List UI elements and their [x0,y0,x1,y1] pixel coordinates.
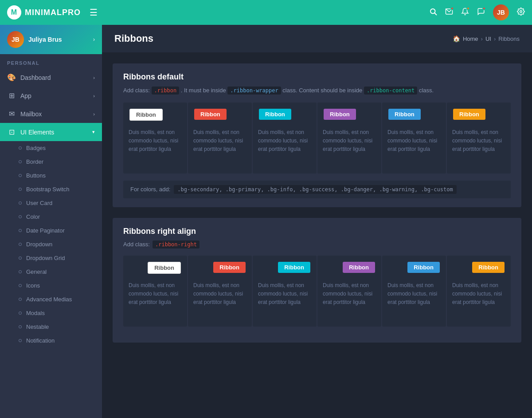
section-desc-default: Add class: .ribbon . It must be inside .… [123,86,511,95]
search-button[interactable] [429,8,437,18]
subitem-label: Badges [26,145,46,151]
subitem-label: Notification [26,337,55,344]
section-title-default: Ribbons default [123,72,511,82]
subitem-dot [19,325,22,328]
sidebar-subitem-nestable[interactable]: Nestable [0,320,102,334]
ribbon-card-right-2: Ribbon Duis mollis, est non commodo luct… [188,256,252,327]
main-content: Ribbons 🏠 Home › UI › Ribbons Ribbons de… [102,25,532,418]
sidebar-subitem-border[interactable]: Border [0,155,102,169]
breadcrumb-sep: › [481,35,483,42]
desc-middle2: class. Content should be inside [282,87,362,94]
sidebar-item-ui-elements[interactable]: ⊡ UI Elements ▾ [0,123,102,141]
sidebar-user-arrow: › [93,36,95,43]
sidebar-item-arrow: › [93,111,95,117]
sidebar-subitem-notification[interactable]: Notification [0,334,102,347]
subitem-label: Icons [26,282,40,289]
desc-suffix: class. [419,87,434,94]
sidebar-subitem-modals[interactable]: Modals [0,306,102,320]
colors-code: .bg-secondary, .bg-primary, .bg-info, .b… [174,185,456,194]
logo[interactable]: M MINIMALPRO [7,5,81,20]
sidebar-subitem-icons[interactable]: Icons [0,279,102,292]
ribbon-card-right-1: Ribbon Duis mollis, est non commodo luct… [123,256,187,327]
ribbon-label-yellow: Ribbon [453,109,485,120]
sidebar-item-label: UI Elements [20,129,88,136]
ribbon-grid-default: Ribbon Duis mollis, est non commodo luct… [123,103,511,174]
subitem-dot [19,229,22,232]
ribbon-label-default: Ribbon [129,109,163,121]
ribbon-grid-right: Ribbon Duis mollis, est non commodo luct… [123,256,511,327]
breadcrumb-home[interactable]: Home [463,35,478,42]
mailbox-icon: ✉ [7,110,16,118]
subitem-label: General [26,268,47,275]
notification-badge [466,7,470,10]
sidebar-subitem-bootstrap-switch[interactable]: Bootstrap Switch [0,182,102,196]
app-icon: ⊞ [7,91,16,100]
email-button[interactable] [445,8,453,18]
settings-button[interactable] [517,8,525,18]
ribbon-card-2: Ribbon Duis mollis, est non commodo luct… [188,103,252,174]
sidebar-subitem-dropdown-grid[interactable]: Dropdown Grid [0,251,102,265]
notification-button[interactable] [461,8,469,18]
subitem-dot [19,256,22,260]
sidebar-item-app[interactable]: ⊞ App › [0,87,102,105]
sidebar-subitem-dropdown[interactable]: Dropdown [0,237,102,251]
menu-toggle-button[interactable]: ☰ [90,7,98,18]
subitem-label: Dropdown Grid [26,255,65,261]
class1-code: .ribbon [152,87,180,95]
ui-elements-icon: ⊡ [7,128,16,136]
svg-point-3 [520,10,522,12]
sidebar-subitem-date-paginator[interactable]: Date Paginator [0,224,102,237]
sidebar-subitem-buttons[interactable]: Buttons [0,169,102,182]
breadcrumb-ui[interactable]: UI [485,35,491,42]
ribbon-card-4: Ribbon Duis mollis, est non commodo luct… [317,103,381,174]
sidebar-subitem-general[interactable]: General [0,265,102,279]
breadcrumb-sep2: › [494,35,496,42]
ribbon-label-blue: Ribbon [388,109,421,120]
ribbon-label-right-pink: Ribbon [213,262,246,273]
sidebar-item-dashboard[interactable]: 🎨 Dashboard › [0,68,102,87]
subitem-label: Nestable [26,323,49,330]
sidebar-subitem-advanced-medias[interactable]: Advanced Medias [0,292,102,306]
ribbon-label-right-cyan: Ribbon [278,262,310,273]
sidebar-item-arrow: › [93,75,95,80]
topnav-icons: JB [429,4,525,20]
ribbon-text-4: Duis mollis, est non commodo luctus, nis… [323,128,376,154]
ribbon-card-right-5: Ribbon Duis mollis, est non commodo luct… [382,256,446,327]
svg-line-1 [435,13,437,15]
ribbon-label-cyan: Ribbon [259,109,291,120]
subitem-dot [19,188,22,191]
sidebar-user[interactable]: JB Juliya Brus › [0,25,102,54]
sidebar-item-mailbox[interactable]: ✉ Mailbox › [0,105,102,123]
chat-badge [482,7,486,10]
colors-note: For colors, add: .bg-secondary, .bg-prim… [123,181,511,198]
ribbon-label-right-blue: Ribbon [407,262,440,273]
class2-code: .ribbon-wrapper [227,87,281,95]
main-body: Ribbons default Add class: .ribbon . It … [102,53,532,418]
sidebar-subitem-color[interactable]: Color [0,210,102,224]
breadcrumb-current: Ribbons [498,35,520,42]
ribbon-text-1: Duis mollis, est non commodo luctus, nis… [129,128,182,154]
section-ribbons-default: Ribbons default Add class: .ribbon . It … [113,63,521,207]
subitem-dot [19,312,22,315]
subitem-dot [19,298,22,301]
subitem-dot [19,339,22,342]
sidebar-subitem-badges[interactable]: Badges [0,141,102,155]
section-title-right: Ribbons right align [123,227,511,236]
subitem-label: Bootstrap Switch [26,186,70,193]
ribbon-label-right-yellow: Ribbon [472,262,505,273]
class3-code: .ribbon-content [364,87,417,95]
sidebar-subitem-user-card[interactable]: User Card [0,196,102,210]
avatar[interactable]: JB [493,4,509,20]
section-ribbons-right: Ribbons right align Add class: .ribbon-r… [113,218,521,343]
page-title: Ribbons [114,33,153,44]
subitem-label: User Card [26,200,52,206]
subitem-dot [19,270,22,273]
ribbon-text-right-3: Duis mollis, est non commodo luctus, nis… [258,281,311,307]
ribbon-text-right-1: Duis mollis, est non commodo luctus, nis… [129,281,182,307]
topnav: M MINIMALPRO ☰ [0,0,532,25]
ribbon-card-6: Ribbon Duis mollis, est non commodo luct… [447,103,511,174]
chat-button[interactable] [477,8,485,18]
subitem-label: Color [26,213,40,220]
breadcrumb-home-icon: 🏠 [453,35,460,42]
ribbon-text-right-4: Duis mollis, est non commodo luctus, nis… [323,281,376,307]
